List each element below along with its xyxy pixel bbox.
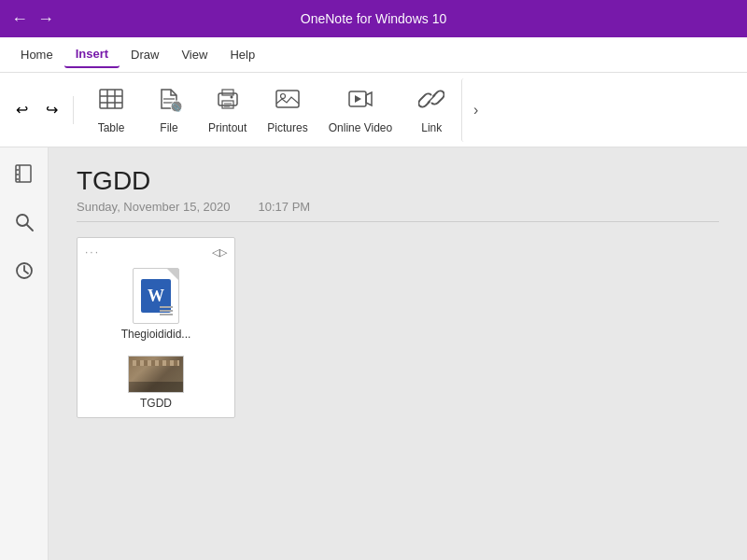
title-bar-nav: ← → xyxy=(11,9,54,29)
word-doc-item[interactable]: W Thegioididid... xyxy=(85,268,227,341)
image-file-name: TGDD xyxy=(140,397,172,410)
link-button[interactable]: Link xyxy=(403,78,459,142)
redo-button[interactable]: ↪ xyxy=(37,96,65,124)
online-video-button[interactable]: Online Video xyxy=(319,78,402,142)
svg-rect-0 xyxy=(100,90,122,108)
word-file-icon: W xyxy=(133,268,179,324)
panel-arrows[interactable]: ◁▷ xyxy=(212,246,227,259)
word-file-name: Thegioididid... xyxy=(121,328,191,341)
note-date: Sunday, November 15, 2020 xyxy=(77,200,231,214)
image-doc-item[interactable]: TGDD xyxy=(85,356,227,410)
svg-point-14 xyxy=(230,95,233,98)
menu-home[interactable]: Home xyxy=(9,42,64,67)
undo-button[interactable]: ↩ xyxy=(7,96,35,124)
menu-help[interactable]: Help xyxy=(218,42,266,67)
link-icon xyxy=(418,86,444,118)
forward-button[interactable]: → xyxy=(37,9,54,29)
menu-draw[interactable]: Draw xyxy=(120,42,170,67)
table-label: Table xyxy=(98,121,125,134)
menu-bar: Home Insert Draw View Help xyxy=(0,37,747,73)
panel-dots: ··· xyxy=(85,245,100,259)
svg-rect-15 xyxy=(276,91,299,107)
svg-point-16 xyxy=(281,93,286,98)
file-label: File xyxy=(160,121,177,134)
svg-rect-11 xyxy=(222,101,233,108)
table-button[interactable]: Table xyxy=(83,78,139,142)
title-bar: ← → OneNote for Windows 10 xyxy=(0,0,747,37)
link-label: Link xyxy=(421,121,442,134)
word-lines xyxy=(160,306,173,315)
undo-redo-group: ↩ ↪ xyxy=(7,96,74,124)
doc-panel: ··· ◁▷ W Thegioididid... xyxy=(77,237,235,418)
menu-view[interactable]: View xyxy=(170,42,218,67)
printout-icon xyxy=(215,86,241,118)
pictures-label: Pictures xyxy=(267,121,307,134)
svg-line-19 xyxy=(428,95,435,103)
image-thumbnail xyxy=(128,356,184,393)
printout-label: Printout xyxy=(208,121,247,134)
svg-point-25 xyxy=(17,215,28,226)
online-video-icon xyxy=(347,86,374,118)
back-button[interactable]: ← xyxy=(11,9,28,29)
pictures-button[interactable]: Pictures xyxy=(258,78,317,142)
more-icon: › xyxy=(473,102,478,119)
svg-line-26 xyxy=(27,225,33,231)
search-icon[interactable] xyxy=(7,205,41,239)
file-icon: 📎 xyxy=(156,86,182,118)
note-title: TGDD xyxy=(77,166,719,196)
note-time: 10:17 PM xyxy=(259,200,311,214)
pictures-icon xyxy=(275,86,301,118)
more-button[interactable]: › xyxy=(461,78,489,142)
recent-icon[interactable] xyxy=(7,254,41,287)
sidebar xyxy=(0,147,49,560)
note-meta: Sunday, November 15, 2020 10:17 PM xyxy=(77,200,719,222)
printout-button[interactable]: Printout xyxy=(199,78,256,142)
svg-marker-18 xyxy=(355,95,361,103)
doc-panel-header: ··· ◁▷ xyxy=(85,245,227,262)
content-area: TGDD Sunday, November 15, 2020 10:17 PM … xyxy=(49,147,747,560)
notebooks-icon[interactable] xyxy=(7,157,41,190)
table-icon xyxy=(98,86,124,118)
menu-insert[interactable]: Insert xyxy=(64,41,120,68)
online-video-label: Online Video xyxy=(329,121,393,134)
svg-text:📎: 📎 xyxy=(172,103,181,112)
ribbon: ↩ ↪ Table 📎 File xyxy=(0,73,747,147)
file-button[interactable]: 📎 File xyxy=(141,78,197,142)
svg-rect-10 xyxy=(222,90,233,95)
main-layout: TGDD Sunday, November 15, 2020 10:17 PM … xyxy=(0,147,747,560)
thumbnail-stripes xyxy=(133,360,179,366)
app-title: OneNote for Windows 10 xyxy=(301,11,446,26)
